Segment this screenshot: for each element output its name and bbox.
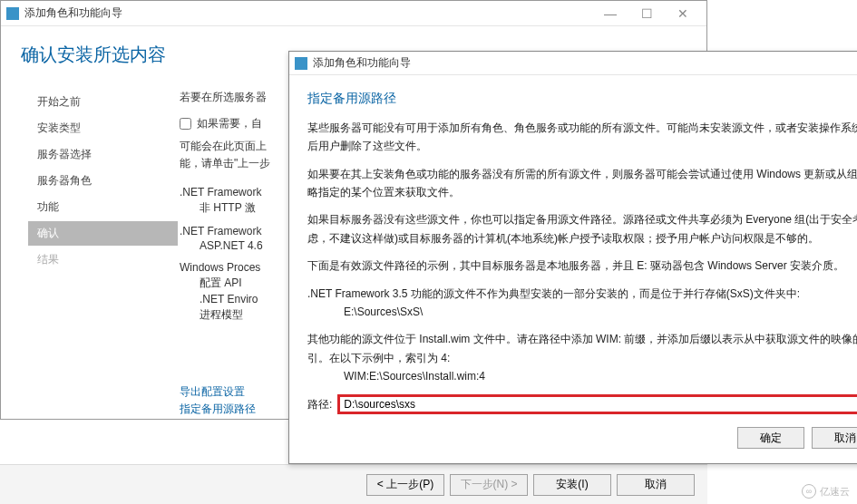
inner-title: 添加角色和功能向导: [313, 55, 857, 71]
outer-title: 添加角色和功能向导: [24, 5, 592, 21]
inner-titlebar: 添加角色和功能向导 ✕: [289, 52, 857, 75]
dialog-p4: 下面是有效源文件路径的示例，其中目标服务器是本地服务器，并且 E: 驱动器包含 …: [307, 257, 857, 275]
dialog-p6a: 其他功能的源文件位于 Install.wim 文件中。请在路径中添加 WIM: …: [307, 330, 857, 367]
dialog-p5b: E:\Sources\SxS\: [307, 303, 857, 321]
dialog-p5a: .NET Framework 3.5 功能的源文件不作为典型安装的一部分安装的，…: [307, 285, 857, 303]
close-button[interactable]: ✕: [665, 1, 701, 26]
window-controls: — ☐ ✕: [592, 1, 701, 26]
sidebar-item-confirm[interactable]: 确认: [28, 221, 178, 246]
app-icon: [295, 57, 307, 70]
dialog-p3: 如果目标服务器没有这些源文件，你也可以指定备用源文件路径。源路径或文件共享必须为…: [307, 210, 857, 247]
sidebar-item-server-roles[interactable]: 服务器角色: [28, 169, 178, 193]
outer-titlebar: 添加角色和功能向导 — ☐ ✕: [1, 1, 706, 26]
cancel-button[interactable]: 取消: [617, 474, 695, 496]
next-button: 下一步(N) >: [450, 474, 528, 496]
dialog-p1: 某些服务器可能没有可用于添加所有角色、角色服务或功能的所有源文件。可能尚未安装源…: [307, 119, 857, 156]
restart-checkbox[interactable]: [180, 118, 191, 130]
install-button[interactable]: 安装(I): [533, 474, 611, 496]
restart-checkbox-label: 如果需要，自: [197, 116, 262, 131]
page-title: 确认安装所选内容: [21, 43, 166, 67]
path-label: 路径:: [307, 395, 332, 413]
path-input[interactable]: [337, 394, 857, 414]
app-icon: [6, 7, 19, 20]
wizard-footer: < 上一步(P) 下一步(N) > 安装(I) 取消: [0, 464, 707, 504]
minimize-button[interactable]: —: [592, 1, 628, 26]
dialog-heading: 指定备用源路径: [307, 88, 857, 110]
dialog-buttons: 确定 取消: [307, 427, 857, 449]
dialog-content: 指定备用源路径 某些服务器可能没有可用于添加所有角色、角色服务或功能的所有源文件…: [289, 75, 857, 463]
sidebar: 开始之前 安装类型 服务器选择 服务器角色 功能 确认 结果: [1, 77, 178, 419]
sidebar-item-features[interactable]: 功能: [28, 195, 178, 219]
alt-source-dialog: 添加角色和功能向导 ✕ 指定备用源路径 某些服务器可能没有可用于添加所有角色、角…: [288, 51, 857, 464]
sidebar-item-results: 结果: [28, 247, 178, 272]
watermark: ∞ 亿速云: [802, 484, 850, 499]
watermark-icon: ∞: [802, 484, 816, 499]
watermark-text: 亿速云: [820, 485, 850, 499]
sidebar-item-server-select[interactable]: 服务器选择: [28, 142, 178, 167]
prev-button[interactable]: < 上一步(P): [366, 474, 444, 496]
dialog-p2: 如果要在其上安装角色或功能的服务器没有所需的所有源文件，则服务器可能会尝试通过使…: [307, 165, 857, 202]
sidebar-item-before-begin[interactable]: 开始之前: [28, 90, 178, 114]
sidebar-item-install-type[interactable]: 安装类型: [28, 116, 178, 141]
maximize-button[interactable]: ☐: [628, 1, 665, 26]
cancel-button[interactable]: 取消: [812, 427, 857, 449]
dialog-p6b: WIM:E:\Sources\Install.wim:4: [307, 367, 857, 385]
ok-button[interactable]: 确定: [737, 427, 804, 449]
path-row: 路径:: [307, 394, 857, 414]
